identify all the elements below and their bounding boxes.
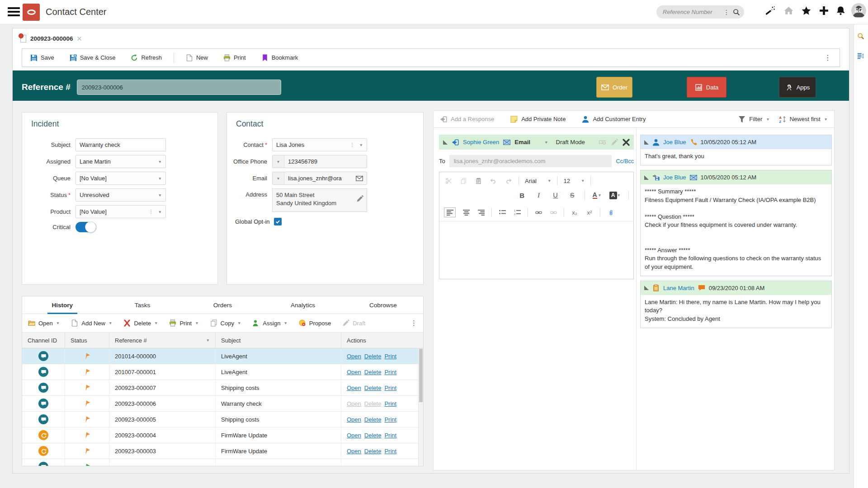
filter-button[interactable]: Filter▼: [738, 116, 769, 123]
align-left-icon[interactable]: [444, 207, 456, 217]
edit-address-pencil-icon[interactable]: [356, 195, 363, 202]
sort-descending-icon[interactable]: ▼: [206, 338, 210, 343]
contact-dropdown[interactable]: Lisa Jones⋮▼: [272, 138, 367, 151]
bold-icon[interactable]: B: [518, 190, 527, 200]
ribbon-overflow-kebab-icon[interactable]: ⋮: [824, 53, 831, 62]
apps-button[interactable]: Apps: [779, 77, 816, 98]
message-header[interactable]: Joe Blue10/05/2020 05:12 AM: [641, 170, 831, 184]
favorites-star-icon[interactable]: [802, 6, 811, 16]
tab-analytics[interactable]: Analytics: [263, 296, 343, 314]
table-row[interactable]: 200923-000005Shipping costsOpenDeletePri…: [22, 412, 423, 427]
row-action-open[interactable]: Open: [347, 353, 361, 360]
search-options-kebab-icon[interactable]: ⋮: [723, 9, 730, 16]
bookmark-button[interactable]: Bookmark: [261, 54, 298, 61]
superscript-icon[interactable]: x²: [585, 207, 594, 217]
channel-dropdown[interactable]: Email: [514, 139, 530, 145]
product-dropdown[interactable]: [No Value]⋮▼: [75, 205, 166, 218]
align-right-icon[interactable]: [476, 207, 486, 217]
table-row[interactable]: 201007-000001LiveAgentOpenDeletePrint: [22, 364, 423, 380]
message-header[interactable]: Joe Blue10/05/2020 05:12 AM: [641, 135, 831, 149]
row-action-delete[interactable]: Delete: [364, 385, 382, 391]
table-row[interactable]: [22, 459, 423, 466]
search-icon[interactable]: [733, 9, 740, 16]
row-action-open[interactable]: Open: [347, 432, 361, 439]
message-author[interactable]: Lane Martin: [663, 285, 694, 291]
sort-button[interactable]: AZNewest first▼: [779, 116, 828, 123]
history-copy-button[interactable]: Copy▼: [210, 319, 241, 327]
row-action-open[interactable]: Open: [347, 385, 361, 391]
contact-kebab-icon[interactable]: ⋮: [350, 142, 355, 148]
message-author[interactable]: Joe Blue: [663, 139, 686, 145]
subscript-icon[interactable]: x₂: [570, 207, 579, 217]
column-status[interactable]: Status: [65, 333, 109, 348]
critical-toggle[interactable]: [75, 222, 96, 232]
hamburger-menu-icon[interactable]: [8, 7, 20, 16]
row-action-delete[interactable]: Delete: [364, 369, 382, 375]
add-plus-icon[interactable]: [819, 6, 829, 16]
email-type-dropdown-icon[interactable]: ▼: [273, 172, 284, 184]
history-assign-button[interactable]: Assign▼: [252, 319, 287, 327]
product-kebab-icon[interactable]: ⋮: [149, 209, 154, 215]
row-action-delete[interactable]: Delete: [364, 353, 382, 360]
collapse-triangle-icon[interactable]: [644, 140, 649, 145]
order-button[interactable]: Order: [596, 77, 632, 98]
row-action-print[interactable]: Print: [384, 385, 396, 391]
paste-icon[interactable]: [474, 176, 483, 186]
table-row[interactable]: 200923-000004FirmWare UpdateOpenDeletePr…: [22, 427, 423, 443]
row-action-print[interactable]: Print: [384, 369, 396, 375]
to-input[interactable]: [449, 155, 612, 167]
underline-icon[interactable]: U: [551, 190, 560, 200]
column-channel-id[interactable]: Channel ID: [22, 333, 65, 348]
chevron-down-icon[interactable]: ▼: [544, 140, 548, 145]
print-button[interactable]: Print: [223, 54, 246, 61]
draft-author[interactable]: Sophie Green: [463, 139, 499, 145]
history-print-button[interactable]: Print▼: [169, 319, 198, 327]
tab-tasks[interactable]: Tasks: [102, 296, 182, 314]
workspace-tab[interactable]: 200923-000006: [30, 35, 73, 42]
refresh-button[interactable]: Refresh: [131, 54, 162, 61]
table-row[interactable]: 201014-000000LiveAgentOpenDeletePrint: [22, 348, 423, 364]
tab-orders[interactable]: Orders: [183, 296, 263, 314]
user-avatar[interactable]: SG: [851, 3, 866, 18]
column-subject[interactable]: Subject: [216, 333, 341, 348]
column-reference[interactable]: Reference #▼: [109, 333, 216, 348]
collapse-triangle-icon[interactable]: [443, 140, 448, 145]
subject-field[interactable]: [75, 138, 166, 151]
strikethrough-icon[interactable]: S: [568, 190, 577, 200]
table-row[interactable]: 200923-000007Shipping costsOpenDeletePri…: [22, 380, 423, 396]
assigned-dropdown[interactable]: Lane Martin▼: [75, 155, 166, 168]
side-notes-panel-icon[interactable]: [857, 52, 864, 60]
global-optin-checkbox[interactable]: [274, 218, 282, 225]
collapse-triangle-icon[interactable]: [644, 175, 649, 180]
font-family-select[interactable]: Arial▼: [525, 178, 551, 184]
row-action-open[interactable]: Open: [347, 416, 361, 423]
row-action-open[interactable]: Open: [347, 369, 361, 375]
history-propose-button[interactable]: Propose: [299, 319, 331, 327]
wand-icon[interactable]: [766, 6, 776, 16]
save-and-close-button[interactable]: Save & Close: [70, 54, 116, 61]
numbered-list-icon[interactable]: 12: [513, 207, 522, 217]
save-button[interactable]: Save: [30, 54, 54, 61]
global-search[interactable]: ⋮: [656, 5, 744, 19]
subject-input[interactable]: [80, 141, 162, 148]
office-phone-field[interactable]: ▼123456789: [272, 155, 367, 168]
row-action-print[interactable]: Print: [384, 400, 396, 407]
scrollbar-thumb[interactable]: [419, 349, 423, 402]
collapse-triangle-icon[interactable]: [644, 286, 649, 290]
add-private-note-button[interactable]: Add Private Note: [510, 116, 566, 123]
phone-type-dropdown-icon[interactable]: ▼: [273, 155, 284, 168]
email-field[interactable]: ▼lisa.jones_znhr@ora: [272, 172, 367, 185]
discard-draft-icon[interactable]: [623, 139, 630, 146]
new-button[interactable]: New: [186, 54, 208, 61]
text-color-icon[interactable]: A▼: [593, 190, 602, 200]
ccbcc-link[interactable]: Cc/Bcc: [616, 158, 634, 164]
row-action-delete[interactable]: Delete: [364, 432, 382, 439]
message-author[interactable]: Joe Blue: [663, 174, 686, 181]
table-row[interactable]: 200923-000003FirmWare UpdateOpenDeletePr…: [22, 443, 423, 459]
row-action-print[interactable]: Print: [384, 416, 396, 423]
row-action-open[interactable]: Open: [347, 448, 361, 455]
notifications-bell-icon[interactable]: [836, 6, 846, 16]
reference-number-input[interactable]: [77, 80, 281, 95]
table-row[interactable]: 200923-000006Warranty checkOpenDeletePri…: [22, 396, 423, 412]
history-delete-button[interactable]: Delete▼: [123, 319, 158, 327]
